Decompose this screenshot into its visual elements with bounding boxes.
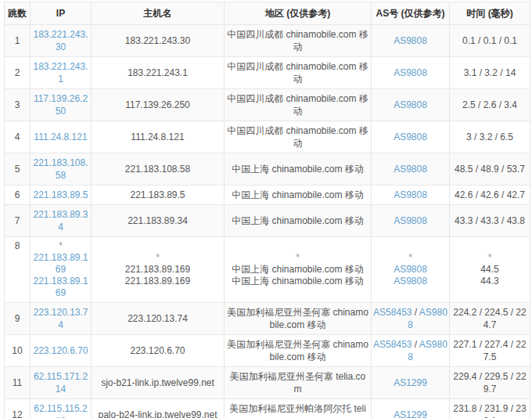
as-link[interactable]: AS9808 bbox=[394, 276, 427, 286]
traceroute-table: 跳数 IP 主机名 地区 (仅供参考) AS号 (仅供参考) 时间 (毫秒) 1… bbox=[4, 2, 530, 418]
cell-line: 2.5 / 2.6 / 3.4 bbox=[451, 99, 528, 111]
cell-ip: 117.139.26.250 bbox=[31, 89, 92, 121]
cell-line: 美国加利福尼亚州圣何塞 chinamobile.com 移动 bbox=[226, 306, 369, 331]
cell-ip: *221.183.89.169221.183.89.169 bbox=[31, 237, 92, 303]
cell-line: AS9808 bbox=[373, 264, 448, 276]
cell-asn: AS9808 bbox=[372, 186, 450, 205]
cell-ip: 221.183.89.34 bbox=[31, 205, 92, 237]
cell-text: / bbox=[412, 339, 419, 350]
cell-ip: 183.221.243.1 bbox=[31, 57, 92, 89]
cell-line: AS9808 bbox=[373, 99, 448, 111]
as-link[interactable]: AS9808 bbox=[394, 132, 427, 142]
cell-line: 223.120.6.70 bbox=[93, 344, 222, 357]
cell-region: 中国上海 chinamobile.com 移动 bbox=[225, 205, 372, 237]
cell-region: 美国加利福尼亚州圣何塞 chinamobile.com 移动 bbox=[225, 303, 372, 335]
cell-line: 中国四川成都 chinamobile.com 移动 bbox=[226, 92, 369, 117]
cell-text: 中国四川成都 chinamobile.com 移动 bbox=[227, 93, 368, 117]
as-link[interactable]: AS9808 bbox=[394, 164, 427, 175]
cell-text: 中国上海 chinamobile.com 移动 bbox=[232, 164, 364, 175]
ip-link[interactable]: 221.183.89.34 bbox=[33, 209, 88, 232]
cell-line: 111.24.8.121 bbox=[93, 131, 222, 143]
cell-line: 221.183.89.34 bbox=[32, 208, 89, 233]
cell-line: AS9808 bbox=[373, 189, 448, 201]
cell-text: 231.8 / 231.9 / 232.1 bbox=[453, 403, 526, 418]
table-row: 5221.183.108.58221.183.108.58中国上海 chinam… bbox=[5, 153, 530, 186]
cell-line: AS9808 bbox=[373, 276, 448, 287]
cell-text: 中国上海 chinamobile.com 移动 bbox=[232, 215, 364, 226]
cell-ip: 62.115.171.214 bbox=[31, 367, 92, 399]
cell-line: 48.5 / 48.9 / 53.7 bbox=[451, 163, 528, 175]
cell-hop: 4 bbox=[5, 121, 31, 153]
cell-line: 44.3 bbox=[451, 276, 528, 287]
cell-asn: AS9808 bbox=[372, 153, 450, 186]
as-link[interactable]: AS9808 bbox=[394, 189, 427, 200]
ip-link[interactable]: 117.139.26.250 bbox=[34, 93, 88, 117]
cell-text: 229.4 / 229.5 / 229.7 bbox=[453, 371, 526, 395]
cell-host: sjo-b21-link.ip.twelve99.net bbox=[92, 367, 225, 399]
ip-link[interactable]: 111.24.8.121 bbox=[34, 132, 87, 142]
as-link[interactable]: AS58453 bbox=[373, 339, 412, 350]
cell-line: 中国上海 chinamobile.com 移动 bbox=[226, 276, 369, 287]
cell-line: 221.183.89.169 bbox=[32, 252, 89, 276]
cell-line: 3 / 3.2 / 6.5 bbox=[451, 131, 528, 143]
cell-hop: 8 bbox=[5, 237, 31, 303]
cell-line: 44.5 bbox=[451, 264, 528, 276]
cell-text: 48.5 / 48.9 / 53.7 bbox=[455, 164, 525, 175]
cell-time: 224.2 / 224.5 / 224.7 bbox=[450, 303, 530, 335]
cell-time: 0.1 / 0.1 / 0.1 bbox=[450, 25, 530, 57]
cell-line: AS9808 bbox=[373, 214, 448, 227]
ip-link[interactable]: 183.221.243.30 bbox=[33, 29, 88, 52]
ip-link[interactable]: 62.115.171.214 bbox=[34, 371, 88, 395]
ip-link[interactable]: 223.120.13.74 bbox=[33, 307, 88, 330]
ip-link[interactable]: 221.183.89.169 bbox=[33, 252, 88, 275]
cell-time: 229.4 / 229.5 / 229.7 bbox=[450, 367, 530, 399]
cell-text: sjo-b21-link.ip.twelve99.net bbox=[101, 377, 214, 388]
cell-host: 221.183.89.34 bbox=[92, 205, 225, 237]
cell-text: 美国加利福尼亚州帕洛阿尔托 telia.com bbox=[229, 403, 366, 418]
table-row: 1262.115.115.216palo-b24-link.ip.twelve9… bbox=[5, 399, 530, 418]
ip-link[interactable]: 221.183.89.169 bbox=[33, 276, 88, 298]
cell-line: 183.221.243.30 bbox=[32, 28, 89, 53]
as-link[interactable]: AS1299 bbox=[394, 409, 427, 418]
table-row: 3117.139.26.250117.139.26.250中国四川成都 chin… bbox=[5, 89, 530, 121]
table-row: 4111.24.8.121111.24.8.121中国四川成都 chinamob… bbox=[5, 121, 530, 153]
table-row: 1162.115.171.214sjo-b21-link.ip.twelve99… bbox=[5, 367, 530, 399]
ip-link[interactable]: 223.120.6.70 bbox=[33, 345, 88, 356]
as-link[interactable]: AS58453 bbox=[373, 307, 412, 318]
cell-host: 223.120.6.70 bbox=[92, 335, 225, 367]
cell-line: AS1299 bbox=[373, 377, 448, 389]
ip-link[interactable]: 221.183.89.5 bbox=[33, 189, 88, 200]
cell-line: 229.4 / 229.5 / 229.7 bbox=[451, 370, 528, 395]
cell-host: 117.139.26.250 bbox=[92, 89, 225, 121]
as-link[interactable]: AS1299 bbox=[394, 377, 427, 388]
cell-text: 221.183.89.34 bbox=[128, 215, 188, 226]
as-link[interactable]: AS9808 bbox=[394, 215, 427, 226]
cell-asn: AS9808 bbox=[372, 57, 450, 89]
ip-link[interactable]: 62.115.115.216 bbox=[34, 403, 87, 418]
ip-link[interactable]: 221.183.108.58 bbox=[33, 157, 88, 181]
no-response-star: * bbox=[296, 252, 300, 263]
cell-host: 111.24.8.121 bbox=[92, 121, 225, 153]
cell-line: 117.139.26.250 bbox=[32, 92, 89, 117]
cell-line: 183.221.243.1 bbox=[32, 60, 89, 85]
cell-line: 43.3 / 43.3 / 43.8 bbox=[451, 214, 528, 227]
no-response-star: * bbox=[488, 252, 492, 263]
cell-line: 223.120.6.70 bbox=[32, 344, 89, 357]
as-link[interactable]: AS9808 bbox=[394, 67, 427, 78]
cell-line: * bbox=[226, 252, 369, 264]
as-link[interactable]: AS9808 bbox=[394, 264, 427, 275]
as-link[interactable]: AS9808 bbox=[394, 35, 427, 46]
cell-asn: *AS9808AS9808 bbox=[372, 237, 450, 303]
as-link[interactable]: AS9808 bbox=[394, 99, 427, 110]
cell-line: AS58453 / AS9808 bbox=[373, 306, 448, 331]
ip-link[interactable]: 183.221.243.1 bbox=[33, 61, 88, 85]
cell-hop: 10 bbox=[5, 335, 31, 367]
cell-time: 227.1 / 227.4 / 227.5 bbox=[450, 335, 530, 367]
cell-hop: 1 bbox=[5, 25, 31, 57]
cell-time: *44.544.3 bbox=[450, 237, 530, 303]
cell-text: 44.5 bbox=[480, 264, 498, 275]
cell-line: * bbox=[32, 240, 89, 252]
cell-ip: 111.24.8.121 bbox=[31, 121, 92, 153]
cell-region: 中国四川成都 chinamobile.com 移动 bbox=[225, 89, 372, 121]
cell-text: 43.3 / 43.3 / 43.8 bbox=[455, 215, 525, 226]
